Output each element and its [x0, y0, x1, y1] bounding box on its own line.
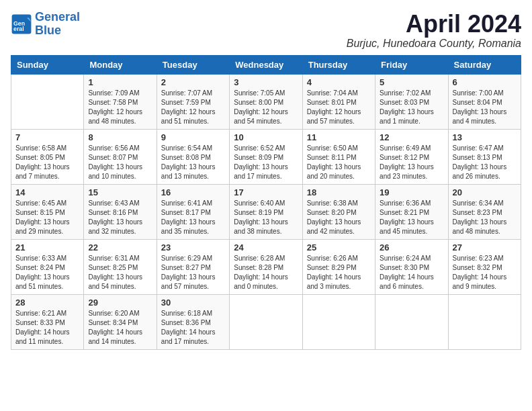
daylight-text: Daylight: 12 hours and 54 minutes.	[234, 107, 298, 126]
sunset-text: Sunset: 8:25 PM	[88, 263, 152, 273]
sunset-text: Sunset: 8:36 PM	[161, 318, 225, 328]
daylight-text: Daylight: 12 hours and 48 minutes.	[88, 107, 152, 126]
cell-info: Sunrise: 6:52 AMSunset: 8:09 PMDaylight:…	[234, 144, 298, 181]
sunrise-text: Sunrise: 6:26 AM	[307, 254, 371, 263]
header-day-thursday: Thursday	[302, 55, 375, 74]
sunrise-text: Sunrise: 6:47 AM	[453, 144, 517, 153]
daylight-text: Daylight: 14 hours and 9 minutes.	[453, 273, 517, 291]
calendar-cell: 24Sunrise: 6:28 AMSunset: 8:28 PMDayligh…	[230, 239, 302, 294]
sunrise-text: Sunrise: 6:28 AM	[234, 254, 298, 263]
calendar-tbody: 1Sunrise: 7:09 AMSunset: 7:58 PMDaylight…	[11, 74, 521, 349]
day-number: 20	[453, 187, 517, 197]
sunrise-text: Sunrise: 6:20 AM	[88, 309, 152, 318]
sunset-text: Sunset: 8:04 PM	[453, 98, 517, 107]
day-number: 5	[380, 77, 443, 87]
sunrise-text: Sunrise: 6:58 AM	[15, 144, 79, 153]
daylight-text: Daylight: 13 hours and 29 minutes.	[15, 218, 79, 236]
daylight-text: Daylight: 13 hours and 42 minutes.	[307, 218, 371, 236]
sunrise-text: Sunrise: 7:02 AM	[380, 89, 443, 98]
sunrise-text: Sunrise: 6:31 AM	[88, 254, 152, 263]
title-block: April 2024 Burjuc, Hunedoara County, Rom…	[347, 11, 521, 50]
sunrise-text: Sunrise: 6:52 AM	[234, 144, 298, 153]
sunrise-text: Sunrise: 7:00 AM	[453, 89, 517, 98]
day-number: 9	[161, 132, 225, 142]
header-day-monday: Monday	[84, 55, 157, 74]
calendar-title: April 2024	[347, 11, 521, 38]
sunrise-text: Sunrise: 6:36 AM	[380, 199, 443, 208]
daylight-text: Daylight: 13 hours and 26 minutes.	[453, 163, 517, 181]
daylight-text: Daylight: 13 hours and 54 minutes.	[88, 273, 152, 291]
sunset-text: Sunset: 8:16 PM	[88, 208, 152, 218]
logo-text: General Blue	[35, 11, 80, 38]
day-number: 3	[234, 77, 298, 87]
day-number: 18	[307, 187, 371, 197]
sunrise-text: Sunrise: 6:56 AM	[88, 144, 152, 153]
sunrise-text: Sunrise: 6:50 AM	[307, 144, 371, 153]
sunrise-text: Sunrise: 7:09 AM	[88, 89, 152, 98]
calendar-cell: 25Sunrise: 6:26 AMSunset: 8:29 PMDayligh…	[302, 239, 375, 294]
svg-text:eral: eral	[13, 26, 24, 32]
sunset-text: Sunset: 8:09 PM	[234, 153, 298, 163]
cell-info: Sunrise: 6:33 AMSunset: 8:24 PMDaylight:…	[15, 254, 79, 291]
header-day-sunday: Sunday	[11, 55, 84, 74]
daylight-text: Daylight: 13 hours and 4 minutes.	[453, 107, 517, 126]
calendar-cell: 16Sunrise: 6:41 AMSunset: 8:17 PMDayligh…	[157, 184, 229, 239]
calendar-cell: 17Sunrise: 6:40 AMSunset: 8:19 PMDayligh…	[230, 184, 302, 239]
day-number: 12	[380, 132, 443, 142]
cell-info: Sunrise: 6:50 AMSunset: 8:11 PMDaylight:…	[307, 144, 371, 181]
day-number: 13	[453, 132, 517, 142]
header-day-wednesday: Wednesday	[230, 55, 302, 74]
cell-info: Sunrise: 6:28 AMSunset: 8:28 PMDaylight:…	[234, 254, 298, 291]
day-number: 6	[453, 77, 517, 87]
daylight-text: Daylight: 14 hours and 14 minutes.	[88, 328, 152, 347]
sunrise-text: Sunrise: 6:24 AM	[380, 254, 443, 263]
sunset-text: Sunset: 8:20 PM	[307, 208, 371, 218]
sunset-text: Sunset: 8:05 PM	[15, 153, 79, 163]
calendar-cell	[375, 294, 448, 349]
calendar-cell: 12Sunrise: 6:49 AMSunset: 8:12 PMDayligh…	[375, 129, 448, 184]
sunrise-text: Sunrise: 6:21 AM	[15, 309, 79, 318]
calendar-cell: 30Sunrise: 6:18 AMSunset: 8:36 PMDayligh…	[157, 294, 229, 349]
cell-info: Sunrise: 7:02 AMSunset: 8:03 PMDaylight:…	[380, 89, 443, 126]
daylight-text: Daylight: 13 hours and 10 minutes.	[88, 163, 152, 181]
calendar-subtitle: Burjuc, Hunedoara County, Romania	[347, 38, 521, 50]
cell-info: Sunrise: 6:41 AMSunset: 8:17 PMDaylight:…	[161, 199, 225, 236]
week-row-2: 14Sunrise: 6:45 AMSunset: 8:15 PMDayligh…	[11, 184, 521, 239]
sunset-text: Sunset: 8:30 PM	[380, 263, 443, 273]
day-number: 11	[307, 132, 371, 142]
day-number: 7	[15, 132, 79, 142]
sunrise-text: Sunrise: 6:45 AM	[15, 199, 79, 208]
sunset-text: Sunset: 8:33 PM	[15, 318, 79, 328]
sunset-text: Sunset: 8:03 PM	[380, 98, 443, 107]
calendar-cell: 2Sunrise: 7:07 AMSunset: 7:59 PMDaylight…	[157, 74, 229, 129]
week-row-3: 21Sunrise: 6:33 AMSunset: 8:24 PMDayligh…	[11, 239, 521, 294]
header-day-saturday: Saturday	[448, 55, 521, 74]
cell-info: Sunrise: 6:58 AMSunset: 8:05 PMDaylight:…	[15, 144, 79, 181]
calendar-cell	[230, 294, 302, 349]
calendar-cell: 11Sunrise: 6:50 AMSunset: 8:11 PMDayligh…	[302, 129, 375, 184]
cell-info: Sunrise: 6:26 AMSunset: 8:29 PMDaylight:…	[307, 254, 371, 291]
sunrise-text: Sunrise: 7:07 AM	[161, 89, 225, 98]
calendar-cell	[302, 294, 375, 349]
calendar-cell: 21Sunrise: 6:33 AMSunset: 8:24 PMDayligh…	[11, 239, 84, 294]
sunset-text: Sunset: 8:28 PM	[234, 263, 298, 273]
daylight-text: Daylight: 13 hours and 13 minutes.	[161, 163, 225, 181]
sunrise-text: Sunrise: 6:34 AM	[453, 199, 517, 208]
sunset-text: Sunset: 8:07 PM	[88, 153, 152, 163]
calendar-header: Gen eral General Blue April 2024 Burjuc,…	[11, 11, 521, 50]
daylight-text: Daylight: 13 hours and 23 minutes.	[380, 163, 443, 181]
day-number: 25	[307, 242, 371, 253]
daylight-text: Daylight: 14 hours and 11 minutes.	[15, 328, 79, 347]
calendar-cell: 3Sunrise: 7:05 AMSunset: 8:00 PMDaylight…	[230, 74, 302, 129]
daylight-text: Daylight: 13 hours and 7 minutes.	[15, 163, 79, 181]
sunrise-text: Sunrise: 6:49 AM	[380, 144, 443, 153]
calendar-cell: 28Sunrise: 6:21 AMSunset: 8:33 PMDayligh…	[11, 294, 84, 349]
calendar-cell: 13Sunrise: 6:47 AMSunset: 8:13 PMDayligh…	[448, 129, 521, 184]
cell-info: Sunrise: 6:45 AMSunset: 8:15 PMDaylight:…	[15, 199, 79, 236]
day-number: 17	[234, 187, 298, 197]
day-number: 23	[161, 242, 225, 253]
daylight-text: Daylight: 13 hours and 38 minutes.	[234, 218, 298, 236]
sunset-text: Sunset: 7:58 PM	[88, 98, 152, 107]
cell-info: Sunrise: 7:04 AMSunset: 8:01 PMDaylight:…	[307, 89, 371, 126]
week-row-1: 7Sunrise: 6:58 AMSunset: 8:05 PMDaylight…	[11, 129, 521, 184]
